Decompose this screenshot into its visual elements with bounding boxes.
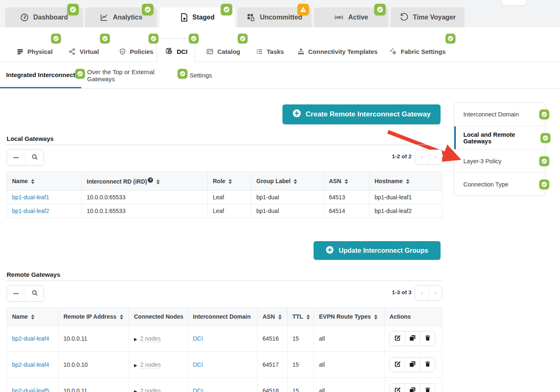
- expand-arrow-icon[interactable]: ▶: [134, 363, 137, 368]
- subnav-item-physical[interactable]: Physical: [17, 48, 53, 55]
- column-header-name[interactable]: Name: [7, 308, 58, 326]
- ttl-cell: 15: [287, 378, 314, 392]
- edit-button[interactable]: [390, 358, 405, 372]
- sidebar-item-local-and-remote-gateways[interactable]: Local and Remote Gateways: [454, 126, 545, 149]
- create-remote-interconnect-gateway-button[interactable]: Create Remote Interconnect Gateway: [282, 104, 441, 124]
- search-button[interactable]: [25, 150, 44, 165]
- domain-link[interactable]: DCI: [193, 335, 203, 342]
- tab-label: Staged: [192, 14, 214, 21]
- local-gateways-toolbar: •••: [7, 149, 44, 166]
- warning-badge: [297, 4, 309, 15]
- subnav-label: Connectivity Templates: [308, 48, 377, 55]
- column-header-evpn-route-types[interactable]: EVPN Route Types: [314, 308, 385, 326]
- subnav-item-connectivity-templates[interactable]: Connectivity Templates: [297, 48, 377, 55]
- domain-link[interactable]: DCI: [193, 387, 203, 392]
- sort-icon[interactable]: [307, 315, 310, 319]
- tab-time-voyager[interactable]: Time Voyager: [391, 7, 465, 27]
- remote-pagination-text: 1-3 of 3: [387, 289, 411, 295]
- column-header-ird[interactable]: Interconnect RD (iRD)?: [82, 172, 208, 191]
- sort-icon[interactable]: [120, 315, 123, 319]
- tab-analytics[interactable]: Analytics: [85, 7, 157, 27]
- next-page-button[interactable]: ›: [429, 286, 442, 300]
- search-button[interactable]: [25, 286, 44, 301]
- row-actions: [390, 357, 435, 372]
- sidebar-item-layer-3-policy[interactable]: Layer-3 Policy: [454, 149, 545, 172]
- help-icon[interactable]: ?: [148, 177, 153, 183]
- column-header-asn[interactable]: ASN: [258, 308, 287, 326]
- tab-label: Settings: [190, 72, 212, 79]
- column-header-asn[interactable]: ASN: [324, 172, 370, 191]
- sort-icon[interactable]: [31, 315, 34, 319]
- clone-button[interactable]: [405, 332, 420, 346]
- row-actions: [390, 331, 435, 346]
- gateway-link[interactable]: bp2-dual-leaf4: [12, 361, 49, 368]
- column-header-role[interactable]: Role: [208, 172, 251, 191]
- gateway-link[interactable]: bp2-dual-leaf4: [12, 335, 49, 342]
- gateway-link[interactable]: bp1-dual-leaf2: [12, 208, 49, 214]
- server-icon: [17, 48, 24, 55]
- sidebar-item-connection-type[interactable]: Connection Type: [454, 172, 545, 196]
- nodes-toggle[interactable]: 2 nodes: [140, 361, 161, 368]
- prev-page-button[interactable]: ‹: [415, 150, 429, 164]
- delete-button[interactable]: [420, 332, 435, 346]
- subnav-item-dci[interactable]: DCI: [165, 48, 187, 55]
- tab-settings[interactable]: Settings: [184, 62, 217, 88]
- column-header-name[interactable]: Name: [7, 172, 82, 191]
- more-options-button[interactable]: •••: [7, 150, 25, 165]
- sidebar-item-interconnect-domain[interactable]: Interconnect Domain: [454, 103, 545, 126]
- nodes-toggle[interactable]: 2 nodes: [140, 387, 161, 392]
- sort-icon[interactable]: [374, 315, 377, 319]
- clone-button[interactable]: [405, 384, 420, 392]
- remote-gateways-title: Remote Gateways: [7, 271, 60, 278]
- tab-uncommitted[interactable]: Uncommitted: [237, 7, 312, 27]
- sort-icon[interactable]: [31, 179, 34, 184]
- tab-label: Analytics: [113, 14, 142, 21]
- sort-icon[interactable]: [345, 179, 348, 184]
- ird-cell: 10.0.0.0:65533: [82, 190, 208, 204]
- edit-icon: [394, 387, 401, 392]
- route-types-cell: all: [314, 378, 385, 392]
- delete-button[interactable]: [420, 384, 435, 392]
- sort-icon[interactable]: [229, 179, 232, 184]
- update-interconnect-groups-button[interactable]: Update Interconnect Groups: [314, 241, 441, 260]
- domain-link[interactable]: DCI: [193, 361, 203, 368]
- subnav-item-tasks[interactable]: Tasks: [256, 48, 284, 55]
- check-badge: [539, 179, 549, 189]
- subnav-item-policies[interactable]: Policies: [119, 48, 153, 55]
- more-options-button[interactable]: •••: [7, 286, 25, 301]
- trash-icon: [425, 387, 431, 392]
- column-header-ttl[interactable]: TTL: [287, 308, 314, 326]
- sort-icon[interactable]: [406, 179, 409, 184]
- prev-page-button[interactable]: ‹: [415, 286, 429, 300]
- tab-integrated-interconnect[interactable]: Integrated Interconnect: [0, 62, 81, 88]
- delete-button[interactable]: [420, 358, 435, 372]
- tab-label: Integrated Interconnect: [6, 71, 75, 78]
- expand-arrow-icon[interactable]: ▶: [134, 389, 137, 392]
- tab-over-the-top-or-external-gateways[interactable]: Over the Top or External Gateways: [81, 62, 184, 88]
- tab-active[interactable]: Active: [314, 7, 388, 27]
- partial-button[interactable]: [501, 0, 527, 6]
- subnav-item-catalog[interactable]: Catalog: [206, 48, 240, 55]
- column-header-remote-ip[interactable]: Remote IP Address: [58, 308, 129, 326]
- next-page-button[interactable]: ›: [429, 150, 442, 164]
- subnav-item-virtual[interactable]: Virtual: [68, 48, 99, 55]
- column-header-hostname[interactable]: Hostname: [370, 172, 442, 191]
- table-row: bp1-dual-leaf1 10.0.0.0:65533 Leaf bp1-d…: [7, 190, 442, 204]
- column-header-group-label[interactable]: Group Label: [251, 172, 324, 191]
- expand-arrow-icon[interactable]: ▶: [134, 337, 137, 341]
- globe-docs-icon: [165, 48, 173, 55]
- sort-icon[interactable]: [294, 179, 297, 184]
- tab-staged[interactable]: Staged: [160, 7, 235, 27]
- sort-icon[interactable]: [156, 179, 160, 184]
- gateway-link[interactable]: bp1-dual-leaf1: [12, 194, 49, 201]
- nodes-toggle[interactable]: 2 nodes: [140, 335, 161, 342]
- edit-button[interactable]: [390, 332, 405, 346]
- sort-icon[interactable]: [278, 315, 282, 319]
- edit-button[interactable]: [390, 384, 405, 392]
- check-badge: [142, 4, 153, 15]
- tab-dashboard[interactable]: Dashboard: [5, 7, 83, 27]
- gateway-link[interactable]: bp2-dual-leaf5: [12, 387, 49, 392]
- subnav-item-fabric-settings[interactable]: Fabric Settings: [389, 48, 446, 55]
- clone-button[interactable]: [405, 358, 420, 372]
- broadcast-icon: [334, 13, 344, 22]
